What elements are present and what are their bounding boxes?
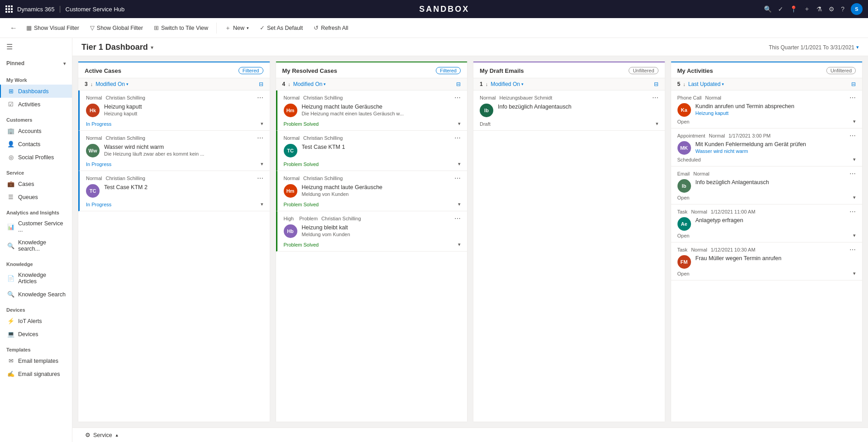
title-bar-left: Tier 1 Dashboard ▾	[81, 43, 153, 52]
active-cases-sort-field[interactable]: Modified On ▾	[95, 81, 129, 87]
toolbar-separator-1	[216, 23, 217, 33]
avatar: Hm	[284, 184, 297, 198]
back-button[interactable]: ←	[7, 22, 20, 34]
help-nav-icon[interactable]: ?	[841, 5, 844, 13]
activity-more-icon[interactable]: ⋯	[849, 170, 856, 177]
sidebar-item-social-profiles[interactable]: ◎ Social Profiles	[0, 151, 72, 164]
table-row[interactable]: Normal Christian Schilling ⋯ Hm Heizung …	[276, 90, 467, 131]
plus-nav-icon[interactable]: ＋	[804, 5, 810, 13]
table-row[interactable]: Normal Christian Schilling ⋯ TC Test Cas…	[276, 131, 467, 171]
show-visual-filter-button[interactable]: ▦ Show Visual Filter	[22, 23, 84, 33]
check-nav-icon[interactable]: ✓	[778, 5, 783, 13]
pinned-header[interactable]: Pinned ▾	[0, 57, 72, 69]
sidebar-toggle[interactable]: ☰	[0, 38, 72, 56]
draft-sort-field[interactable]: Modified On ▾	[491, 81, 524, 87]
type-label: Problem	[299, 216, 318, 221]
activity-type: Appointment	[677, 133, 706, 138]
user-avatar[interactable]: S	[851, 3, 863, 15]
sidebar-item-email-templates[interactable]: ✉ Email templates	[0, 354, 72, 367]
case-more-icon[interactable]: ⋯	[454, 175, 461, 182]
activities-sort-field[interactable]: Last Updated ▾	[688, 81, 724, 87]
activity-expand-icon[interactable]: ▾	[853, 271, 856, 276]
filter-nav-icon[interactable]: ⚗	[816, 5, 822, 13]
case-more-icon[interactable]: ⋯	[257, 175, 263, 182]
table-row[interactable]: Normal Heizungsbauer Schmidt ⋯ Ib Info b…	[473, 90, 665, 131]
activity-status: Open	[677, 119, 690, 124]
list-item[interactable]: Task Normal 1/12/2021 10:30 AM ⋯ FM Frau…	[671, 242, 863, 280]
settings-nav-icon[interactable]: ⚙	[829, 5, 835, 13]
sidebar-item-customer-service[interactable]: 📊 Customer Service ...	[0, 217, 72, 236]
sidebar-item-activities[interactable]: ☑ Activities	[0, 98, 72, 111]
case-more-icon[interactable]: ⋯	[454, 134, 461, 142]
resolved-view-btn[interactable]: ⊟	[456, 81, 461, 87]
case-expand-icon[interactable]: ▾	[458, 161, 461, 167]
sidebar-item-cases[interactable]: 💼 Cases	[0, 177, 72, 190]
case-expand-icon[interactable]: ▾	[458, 121, 461, 127]
table-row[interactable]: High Problem Christian Schilling ⋯ Hb He…	[276, 211, 467, 252]
page-title: Tier 1 Dashboard	[81, 43, 148, 52]
sidebar-item-email-signatures[interactable]: ✍ Email signatures	[0, 367, 72, 380]
case-title: Heizung macht laute Geräusche	[302, 104, 461, 110]
list-item[interactable]: Task Normal 1/12/2021 11:00 AM ⋯ Ae Anla…	[671, 204, 863, 242]
title-chevron-icon[interactable]: ▾	[151, 44, 153, 51]
active-cases-view-btn[interactable]: ⊟	[259, 81, 263, 87]
case-more-icon[interactable]: ⋯	[257, 94, 263, 101]
sidebar-item-knowledge-articles[interactable]: 📄 Knowledge Articles	[0, 269, 72, 288]
sidebar-item-iot-alerts[interactable]: ⚡ IoT Alerts	[0, 314, 72, 328]
refresh-all-button[interactable]: ↺ Refresh All	[309, 23, 353, 33]
activity-more-icon[interactable]: ⋯	[849, 208, 856, 215]
case-more-icon[interactable]: ⋯	[454, 215, 461, 222]
case-expand-icon[interactable]: ▾	[261, 161, 263, 167]
list-item[interactable]: Phone Call Normal ⋯ Ka Kundin anrufen un…	[671, 90, 863, 128]
main-layout: ☰ Pinned ▾ My Work ⊞ Dashboards ☑ Activi…	[0, 38, 868, 442]
quarter-dropdown-chevron[interactable]: ▾	[856, 44, 859, 50]
list-item[interactable]: Email Normal ⋯ Ib Info bezüglich Anlagen…	[671, 166, 863, 204]
activity-more-icon[interactable]: ⋯	[849, 132, 856, 139]
activities-view-btn[interactable]: ⊟	[851, 81, 856, 87]
case-expand-icon[interactable]: ▾	[261, 121, 263, 127]
case-more-icon[interactable]: ⋯	[652, 94, 658, 101]
draft-view-btn[interactable]: ⊟	[654, 81, 658, 87]
sidebar-item-dashboards[interactable]: ⊞ Dashboards	[0, 85, 72, 98]
table-row[interactable]: Normal Christian Schilling ⋯ TC Test Cas…	[78, 171, 270, 211]
table-row[interactable]: Normal Christian Schilling ⋯ Hk Heizung …	[78, 90, 270, 131]
activity-more-icon[interactable]: ⋯	[849, 94, 856, 101]
sidebar-item-knowledge-search[interactable]: 🔍 Knowledge search...	[0, 236, 72, 255]
activity-title: Info bezüglich Anlagentausch	[696, 179, 856, 185]
activity-expand-icon[interactable]: ▾	[853, 119, 856, 124]
activities-icon: ☑	[7, 101, 14, 108]
draft-emails-header: My Draft Emails Unfiltered	[473, 62, 665, 78]
bottom-service-item[interactable]: ⚙ Service ▲	[80, 430, 124, 440]
case-more-icon[interactable]: ⋯	[454, 94, 461, 101]
case-expand-icon[interactable]: ▾	[458, 201, 461, 207]
toolbar: ← ▦ Show Visual Filter ▽ Show Global Fil…	[0, 18, 868, 38]
show-global-filter-button[interactable]: ▽ Show Global Filter	[86, 23, 148, 33]
sidebar-item-accounts[interactable]: 🏢 Accounts	[0, 124, 72, 138]
search-nav-icon[interactable]: 🔍	[764, 5, 772, 13]
case-more-icon[interactable]: ⋯	[257, 134, 263, 142]
location-nav-icon[interactable]: 📍	[790, 5, 797, 13]
switch-tile-view-button[interactable]: ⊞ Switch to Tile View	[149, 23, 213, 33]
case-expand-icon[interactable]: ▾	[656, 121, 658, 127]
table-row[interactable]: Normal Christian Schilling ⋯ Hm Heizung …	[276, 171, 467, 211]
sidebar-item-knowledge-search-2[interactable]: 🔍 Knowledge Search	[0, 288, 72, 301]
set-default-button[interactable]: ✓ Set As Default	[255, 23, 307, 33]
priority-label: Normal	[86, 95, 102, 100]
app-grid-icon[interactable]	[5, 5, 13, 13]
draft-emails-filter-badge: Unfiltered	[629, 67, 658, 74]
resolved-sort-field[interactable]: Modified On ▾	[293, 81, 326, 87]
activity-more-icon[interactable]: ⋯	[849, 246, 856, 253]
sidebar-item-devices[interactable]: 💻 Devices	[0, 328, 72, 341]
activity-expand-icon[interactable]: ▾	[853, 233, 856, 238]
case-expand-icon[interactable]: ▾	[458, 242, 461, 247]
priority-label: Normal	[284, 95, 300, 100]
case-expand-icon[interactable]: ▾	[261, 201, 263, 207]
sidebar-item-queues[interactable]: ☰ Queues	[0, 190, 72, 204]
priority-label: Normal	[284, 176, 300, 181]
sidebar-item-contacts[interactable]: 👤 Contacts	[0, 138, 72, 151]
list-item[interactable]: Appointment Normal 1/17/2021 3:00 PM ⋯ M…	[671, 128, 863, 166]
new-button[interactable]: ＋ New ▾	[220, 22, 253, 34]
table-row[interactable]: Normal Christian Schilling ⋯ Ww Wasser w…	[78, 131, 270, 171]
activity-expand-icon[interactable]: ▾	[853, 157, 856, 162]
activity-expand-icon[interactable]: ▾	[853, 195, 856, 200]
